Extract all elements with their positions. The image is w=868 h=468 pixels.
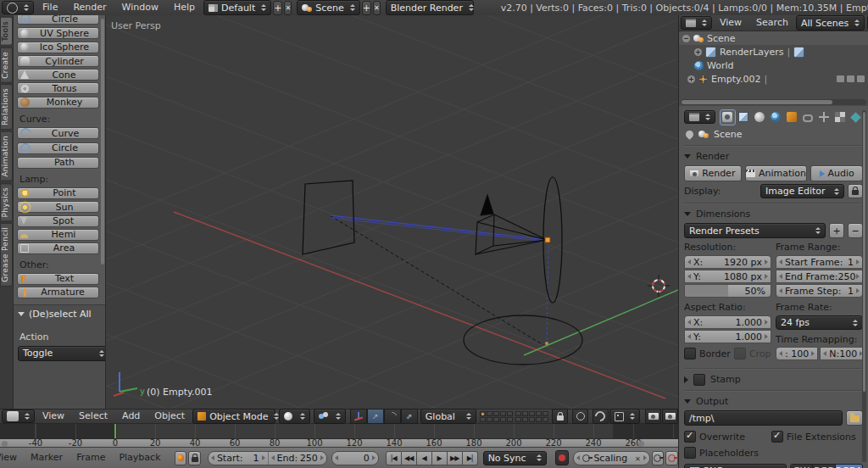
current-frame-field[interactable]: 0: [332, 452, 378, 465]
play-button[interactable]: ▶: [432, 451, 448, 465]
expand-icon[interactable]: [694, 48, 702, 56]
editor-type-3dview-button[interactable]: [2, 410, 35, 423]
editor-type-info-button[interactable]: [2, 1, 34, 14]
opengl-render-button[interactable]: [645, 409, 661, 424]
add-preset-button[interactable]: +: [829, 223, 844, 238]
timeline-ruler[interactable]: -40 -20 0 20 40 60 80 100 120 140 160 18…: [0, 438, 678, 447]
bw-button[interactable]: BW: [791, 465, 813, 468]
resolution-x-field[interactable]: X: 1920 px: [684, 255, 771, 269]
menu-render[interactable]: Render: [66, 0, 113, 15]
screen-layout-selector[interactable]: Default: [203, 0, 271, 15]
tab-object-data[interactable]: [816, 110, 831, 125]
outliner-menu-view[interactable]: View: [713, 15, 748, 31]
timeline-menu-playback[interactable]: Playback: [112, 450, 167, 465]
3d-viewport[interactable]: User Persp y (0) Empty.001: [106, 15, 678, 409]
menu-view[interactable]: View: [36, 409, 71, 424]
timeline-menu-view[interactable]: View: [0, 450, 24, 465]
crop-checkbox[interactable]: [734, 348, 746, 359]
mode-dropdown[interactable]: Object Mode: [192, 409, 275, 424]
clear-keying-set-icon[interactable]: [635, 453, 641, 464]
use-preview-range-button[interactable]: [175, 451, 187, 465]
action-dropdown[interactable]: Toggle: [18, 346, 106, 361]
opengl-render-anim-button[interactable]: [662, 409, 678, 424]
add-text-button[interactable]: Text: [17, 273, 99, 285]
delete-layout-button[interactable]: [284, 1, 292, 15]
display-dropdown[interactable]: Image Editor: [760, 184, 844, 198]
start-frame-field[interactable]: Start Frame: 1: [776, 255, 863, 269]
placeholders-checkbox[interactable]: [684, 447, 696, 459]
border-checkbox[interactable]: [684, 348, 696, 359]
remap-new-field[interactable]: N:100: [820, 347, 866, 360]
browse-output-button[interactable]: [846, 410, 863, 426]
restrict-view-icon[interactable]: [837, 75, 844, 82]
lock-range-button[interactable]: [188, 451, 201, 465]
translate-manipulator-button[interactable]: ↗: [367, 409, 384, 424]
outliner-row-renderlayers[interactable]: RenderLayers |: [679, 45, 868, 58]
stamp-panel-header[interactable]: Stamp: [684, 373, 863, 386]
deselect-all-panel-header[interactable]: (De)select All: [18, 309, 101, 320]
tab-scene[interactable]: [753, 110, 767, 125]
frame-step-field[interactable]: Frame Step: 1: [776, 284, 863, 298]
play-reverse-button[interactable]: ◀: [417, 451, 432, 465]
toolshelf-scrollbar[interactable]: [101, 19, 104, 265]
proportional-edit-button[interactable]: [572, 409, 588, 424]
rgba-button[interactable]: RGBA: [836, 465, 862, 468]
start-frame-field[interactable]: Start: 1: [209, 452, 269, 465]
render-still-button[interactable]: Render: [684, 165, 742, 181]
tab-render[interactable]: [721, 110, 735, 125]
add-curve-circle-button[interactable]: Circle: [17, 142, 99, 154]
tab-tools[interactable]: Tools: [0, 17, 13, 46]
outliner-hscrollbar[interactable]: [681, 99, 866, 105]
properties-scrollbar[interactable]: [862, 110, 866, 462]
scale-manipulator-button[interactable]: ⇗: [401, 409, 418, 424]
delete-scene-button[interactable]: [373, 1, 381, 15]
add-circle-button-partial[interactable]: Circle: [17, 15, 99, 25]
add-armature-button[interactable]: Armature: [17, 287, 99, 298]
auto-keyframe-button[interactable]: [555, 450, 569, 465]
remap-old-field[interactable]: : 100: [776, 347, 818, 360]
dimensions-panel-header[interactable]: Dimensions: [684, 208, 863, 220]
insert-keyframe-button[interactable]: [652, 451, 665, 465]
add-sun-lamp-button[interactable]: Sun: [17, 201, 99, 213]
menu-add[interactable]: Add: [115, 409, 147, 424]
add-monkey-button[interactable]: Monkey: [17, 97, 99, 109]
end-frame-field[interactable]: End Frame: 250: [776, 270, 863, 283]
add-torus-button[interactable]: Torus: [17, 82, 99, 94]
render-engine-selector[interactable]: Blender Render: [386, 0, 474, 15]
timeline-menu-frame[interactable]: Frame: [70, 450, 112, 465]
viewport-scene[interactable]: [106, 15, 678, 409]
tab-physics[interactable]: [849, 110, 863, 125]
outliner-display-filter[interactable]: All Scenes: [796, 15, 865, 31]
add-area-lamp-button[interactable]: Area: [17, 242, 99, 254]
rotate-manipulator-button[interactable]: [384, 409, 401, 424]
render-presets-dropdown[interactable]: Render Presets: [684, 223, 826, 238]
jump-to-end-button[interactable]: ▶|: [463, 451, 478, 465]
current-frame-indicator[interactable]: [114, 424, 116, 438]
remove-preset-button[interactable]: −: [848, 223, 863, 238]
tab-render-layers[interactable]: [737, 110, 751, 125]
menu-object[interactable]: Object: [147, 409, 192, 424]
pin-icon[interactable]: [684, 129, 695, 140]
keying-set-field[interactable]: Scaling: [573, 451, 649, 465]
add-hemi-lamp-button[interactable]: Hemi: [17, 229, 99, 241]
sync-dropdown[interactable]: No Sync: [483, 451, 547, 465]
output-path-field[interactable]: /tmp\: [684, 410, 843, 426]
file-format-dropdown[interactable]: PNG: [684, 464, 787, 468]
tab-world[interactable]: [769, 110, 783, 125]
outliner-row-scene[interactable]: Scene: [679, 31, 868, 45]
menu-file[interactable]: File: [36, 0, 64, 15]
layers-widget[interactable]: [480, 411, 548, 422]
resolution-percentage-slider[interactable]: 50%: [684, 284, 771, 298]
menu-window[interactable]: Window: [115, 0, 165, 15]
tab-object[interactable]: [785, 110, 799, 125]
add-path-button[interactable]: ↗ Path: [17, 157, 99, 169]
outliner-row-empty002[interactable]: Empty.002 |: [679, 72, 868, 86]
display-lock-button[interactable]: [848, 184, 863, 198]
jump-prev-keyframe-button[interactable]: ◀◀: [402, 451, 417, 465]
render-audio-button[interactable]: Audio: [810, 165, 863, 181]
delete-keyframe-button[interactable]: [665, 451, 678, 465]
aspect-y-field[interactable]: Y: 1.000: [684, 330, 771, 343]
layer-1-cell[interactable]: [480, 411, 486, 416]
collapse-icon[interactable]: [682, 35, 690, 42]
add-cone-button[interactable]: Cone: [17, 69, 99, 81]
